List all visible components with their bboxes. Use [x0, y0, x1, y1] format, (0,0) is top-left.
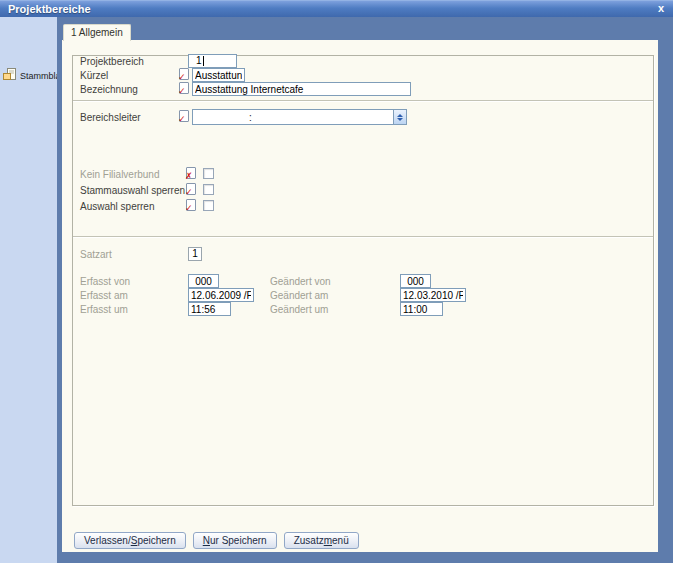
bereichsleiter-combobox[interactable]: : — [192, 109, 407, 125]
combo-dropdown-button[interactable] — [393, 110, 406, 124]
required-check-icon: ✓ — [179, 110, 189, 122]
window-title: Projektbereiche — [0, 3, 91, 15]
auswahl-sperren-checkbox[interactable] — [203, 200, 214, 211]
tab-allgemein[interactable]: 1 Allgemein — [63, 24, 131, 41]
projektbereiche-window: Projektbereiche x Stammblatt 1 Allgemein… — [0, 0, 673, 563]
sidebar-item-stammblatt[interactable]: Stammblatt — [0, 68, 57, 83]
geaendert-von-label: Geändert von — [270, 276, 331, 287]
button-row: Verlassen/Speichern Nur Speichern Zusatz… — [74, 532, 359, 549]
geaendert-um-label: Geändert um — [270, 304, 328, 315]
bezeichnung-label: Bezeichnung — [80, 84, 138, 95]
kuerzel-label: Kürzel — [80, 70, 108, 81]
geaendert-am-input[interactable] — [400, 288, 466, 302]
sidebar: Stammblatt — [0, 17, 57, 563]
bereichsleiter-value: : — [249, 112, 252, 123]
satzart-label: Satzart — [80, 249, 112, 260]
projektbereich-label: Projektbereich — [80, 56, 144, 67]
geaendert-um-input[interactable] — [400, 302, 443, 316]
bereichsleiter-label: Bereichsleiter — [80, 112, 141, 123]
separator — [73, 236, 653, 238]
stammblatt-page-icon — [3, 68, 17, 83]
geaendert-am-label: Geändert am — [270, 290, 328, 301]
required-check-icon: ✓ — [186, 199, 196, 211]
projektbereich-input[interactable]: 1 — [188, 54, 237, 68]
erfasst-um-input[interactable] — [188, 302, 231, 316]
down-arrow-icon — [397, 118, 403, 121]
up-arrow-icon — [397, 114, 403, 117]
stammauswahl-sperren-checkbox[interactable] — [203, 184, 214, 195]
erfasst-um-label: Erfasst um — [80, 304, 128, 315]
verlassen-speichern-button[interactable]: Verlassen/Speichern — [74, 532, 186, 549]
tab-strip: 1 Allgemein Projektbereich 1 Kürzel ✓ Be… — [57, 17, 673, 563]
auswahl-sperren-label: Auswahl sperren — [80, 201, 154, 212]
geaendert-von-input[interactable] — [400, 274, 431, 288]
required-x-icon: ✗ — [186, 167, 196, 179]
close-icon[interactable]: x — [658, 2, 664, 14]
required-check-icon: ✓ — [186, 183, 196, 195]
kein-filialverbund-checkbox[interactable] — [203, 168, 214, 179]
satzart-value-box: 1 — [188, 247, 202, 261]
bezeichnung-input[interactable] — [192, 82, 411, 96]
kuerzel-input[interactable] — [192, 68, 245, 82]
tab-page-allgemein: Projektbereich 1 Kürzel ✓ Bezeichnung ✓ … — [62, 40, 658, 552]
erfasst-am-input[interactable] — [188, 288, 254, 302]
required-check-icon: ✓ — [179, 82, 189, 94]
window-titlebar[interactable]: Projektbereiche x — [0, 0, 673, 17]
zusatzmenu-button[interactable]: Zusatzmenü — [284, 532, 359, 549]
erfasst-von-input[interactable] — [188, 274, 219, 288]
kein-filialverbund-label: Kein Filialverbund — [80, 169, 160, 180]
text-caret — [203, 56, 204, 66]
erfasst-von-label: Erfasst von — [80, 276, 130, 287]
projektbereich-value: 1 — [196, 55, 202, 67]
stammauswahl-sperren-label: Stammauswahl sperren — [80, 185, 185, 196]
erfasst-am-label: Erfasst am — [80, 290, 128, 301]
separator — [73, 100, 653, 102]
required-check-icon: ✓ — [179, 68, 189, 80]
nur-speichern-button[interactable]: Nur Speichern — [193, 532, 277, 549]
